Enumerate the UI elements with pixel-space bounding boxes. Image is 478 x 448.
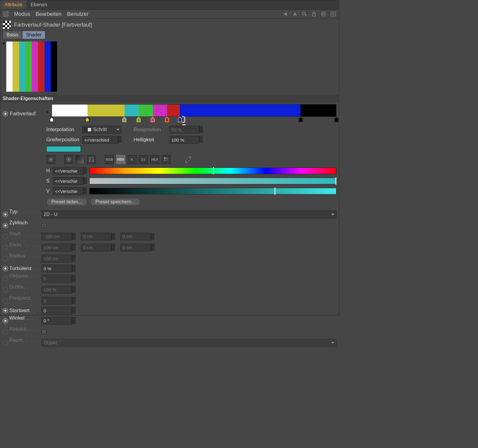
button-preset-load[interactable]: Preset laden... <box>46 198 87 206</box>
label-frequenz: Frequenz <box>9 295 31 301</box>
slider-h-handle[interactable] <box>213 167 214 174</box>
gradient-stop-8[interactable] <box>334 117 338 122</box>
input-winkel[interactable]: 0 ° <box>42 317 72 325</box>
gradient-stop-7[interactable] <box>299 117 303 122</box>
input-greiferposition[interactable]: <<Verschied <box>82 136 118 144</box>
spinner-winkel[interactable] <box>72 317 76 324</box>
anim-dot-startwert[interactable] <box>3 308 8 313</box>
mixer-icon[interactable] <box>139 155 148 164</box>
eyedropper-icon[interactable] <box>184 156 192 163</box>
dropdown-interpolation[interactable]: Schritt <box>82 126 122 134</box>
input-startwert[interactable]: 0 <box>42 307 72 314</box>
spinner-start-z <box>151 233 154 240</box>
dropdown-typ[interactable]: 2D - U <box>42 211 336 218</box>
mode-rgb[interactable]: RGB <box>105 155 114 164</box>
new-element-icon[interactable] <box>330 11 336 17</box>
input-turbulenz[interactable]: 0 % <box>42 265 72 272</box>
gradient-stop-4[interactable] <box>151 117 155 122</box>
input-start-x: -100 cm <box>42 233 72 240</box>
label-turbulenz: Turbulenz <box>9 266 32 271</box>
selection-end-bracket[interactable] <box>182 116 185 123</box>
spinner-greiferposition[interactable] <box>118 136 122 143</box>
gradient-stop-1[interactable] <box>85 117 89 122</box>
gradient-stop-3[interactable] <box>137 117 141 122</box>
mode-hex[interactable]: HEX <box>150 155 159 164</box>
search-icon[interactable] <box>301 11 308 17</box>
lock-icon[interactable] <box>311 11 317 17</box>
gradient-bar[interactable] <box>52 104 336 117</box>
spinner-helligkeit[interactable] <box>199 136 203 143</box>
color-wheel-icon[interactable] <box>64 155 73 164</box>
anim-dot-farbverlauf[interactable] <box>3 111 8 116</box>
mode-hsv[interactable]: HSV <box>116 155 125 164</box>
spectrum-icon[interactable] <box>76 155 85 164</box>
spinner-biasposition <box>199 126 203 133</box>
preview-menu-icon[interactable] <box>2 43 5 45</box>
slider-v[interactable] <box>89 188 336 194</box>
spinner-v[interactable] <box>83 187 87 194</box>
menu-benutzer[interactable]: Benutzer <box>67 11 88 17</box>
anim-dot-radius <box>3 256 8 261</box>
gradient-stop-6[interactable] <box>178 117 182 122</box>
svg-point-0 <box>302 12 305 15</box>
mode-icon[interactable] <box>3 11 9 17</box>
button-preset-save[interactable]: Preset speichern... <box>90 198 140 206</box>
color-swatch[interactable] <box>46 146 81 152</box>
anim-dot-typ[interactable] <box>3 212 8 217</box>
menu-bearbeiten[interactable]: Bearbeiten <box>36 11 62 17</box>
input-oktaven: 5 <box>42 275 72 283</box>
picker-mode-1-icon[interactable] <box>46 155 55 164</box>
spinner-oktaven <box>72 275 76 282</box>
image-picker-icon[interactable] <box>87 155 96 164</box>
svg-rect-21 <box>164 159 166 161</box>
spinner-ende-y <box>111 244 115 251</box>
anim-dot-turbulenz[interactable] <box>3 266 8 271</box>
spinner-s[interactable] <box>83 177 87 184</box>
gradient-menu-icon[interactable] <box>46 111 49 113</box>
subtab-basis[interactable]: Basis <box>3 31 22 39</box>
anim-dot-winkel[interactable] <box>3 318 8 323</box>
slider-s-handle[interactable] <box>335 177 336 185</box>
input-h[interactable]: <<Verschie <box>53 167 83 175</box>
input-s[interactable]: <<Verschie <box>53 177 83 185</box>
input-ende-z: 0 cm <box>120 244 151 251</box>
typ-value: 2D - U <box>44 212 57 217</box>
spinner-h[interactable] <box>83 167 87 174</box>
checkbox-zyklisch[interactable] <box>42 223 46 228</box>
slider-v-handle[interactable] <box>275 188 275 195</box>
subtab-shader[interactable]: Shader <box>22 31 45 39</box>
slider-s[interactable] <box>89 178 336 184</box>
label-biasposition: Biasposition <box>134 127 166 133</box>
slider-h[interactable] <box>89 168 336 174</box>
label-oktaven: Oktaven <box>9 273 28 279</box>
menu-modus[interactable]: Modus <box>14 11 30 17</box>
spinner-startwert[interactable] <box>72 307 76 314</box>
svg-point-3 <box>321 12 326 16</box>
mode-k[interactable]: K <box>128 155 137 164</box>
label-winkel: Winkel <box>9 315 24 321</box>
gradient-stop-0[interactable] <box>50 117 54 122</box>
spinner-start-x <box>72 233 76 240</box>
nav-up-icon[interactable] <box>292 11 298 17</box>
nav-back-icon[interactable] <box>282 11 289 17</box>
gradient-stop-5[interactable] <box>165 117 169 122</box>
swatches-icon[interactable] <box>162 155 171 164</box>
gradient-stops[interactable] <box>52 117 336 123</box>
dropdown-raum: Objekt <box>42 339 336 347</box>
input-start-y: 0 cm <box>81 233 111 240</box>
resize-cursor-icon <box>181 122 187 128</box>
shader-preview <box>6 42 57 92</box>
input-ende-x: 100 cm <box>42 244 72 251</box>
input-v[interactable]: <<Verschie <box>53 187 83 195</box>
spinner-radius <box>72 255 76 262</box>
gradient-stop-2[interactable] <box>122 117 126 122</box>
spinner-turbulenz[interactable] <box>72 265 76 272</box>
label-raum: Raum <box>9 337 23 343</box>
anim-dot-zyklisch[interactable] <box>3 223 8 228</box>
target-icon[interactable] <box>320 11 327 17</box>
tab-ebenen[interactable]: Ebenen <box>27 0 51 9</box>
input-helligkeit[interactable]: 100 % <box>169 136 199 144</box>
tab-attribute[interactable]: Attribute <box>0 0 27 9</box>
label-zyklisch: Zyklisch <box>9 220 27 226</box>
anim-dot-start <box>3 234 8 239</box>
